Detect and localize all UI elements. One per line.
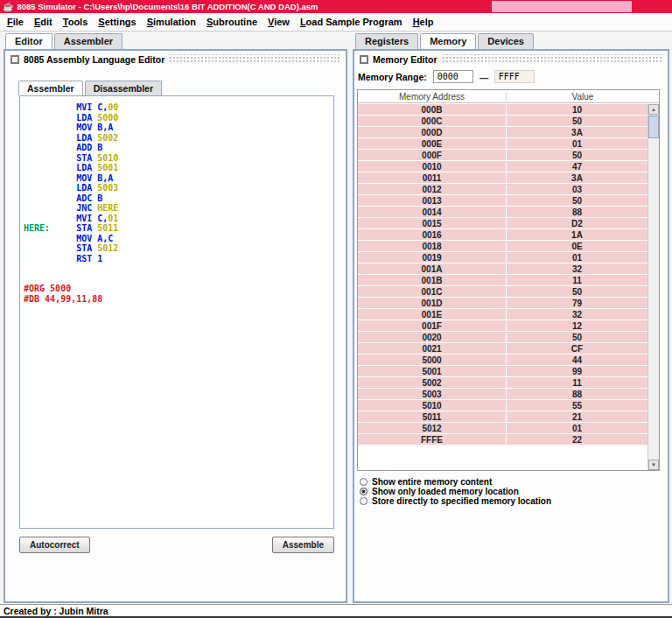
editor-tab-assembler[interactable]: Assembler bbox=[18, 81, 83, 95]
checkbox-icon[interactable] bbox=[10, 55, 19, 64]
memory-value: 88 bbox=[507, 390, 648, 399]
memory-row-0020[interactable]: 002050 bbox=[358, 332, 648, 343]
radio-icon[interactable] bbox=[360, 497, 368, 505]
memory-row-001B[interactable]: 001B11 bbox=[358, 275, 648, 286]
memory-value: 10 bbox=[507, 105, 648, 115]
status-bar: Created by : Jubin Mitra bbox=[0, 604, 672, 618]
memory-value: 50 bbox=[507, 151, 648, 160]
tab-devices[interactable]: Devices bbox=[478, 33, 534, 49]
memory-row-0021[interactable]: 0021CF bbox=[358, 343, 648, 355]
memory-row-001F[interactable]: 001F12 bbox=[358, 320, 648, 332]
memory-address: 5011 bbox=[358, 412, 507, 422]
memory-row-001E[interactable]: 001E32 bbox=[358, 309, 648, 320]
code-editor[interactable]: MVI C,00 LDA 5000 MOV B,A LDA 5002 ADD B… bbox=[19, 95, 334, 529]
memory-address: 001C bbox=[358, 287, 507, 297]
java-app-icon: ☕ bbox=[3, 2, 13, 11]
code-line: HERE: STA 5011 bbox=[24, 223, 330, 234]
memory-option-show-only-loaded-memory-location[interactable]: Show only loaded memory location bbox=[360, 487, 551, 496]
memory-row-5012[interactable]: 501201 bbox=[358, 423, 648, 434]
memory-row-001A[interactable]: 001A32 bbox=[358, 263, 648, 275]
range-to-input[interactable] bbox=[494, 70, 535, 83]
window-controls-area[interactable] bbox=[492, 1, 632, 12]
scroll-up-icon[interactable]: ▲ bbox=[648, 104, 659, 115]
menu-simulation[interactable]: Simulation bbox=[142, 15, 201, 29]
memory-table-scrollbar[interactable]: ▲ ▼ bbox=[648, 104, 659, 470]
memory-option-show-entire-memory-content[interactable]: Show entire memory content bbox=[360, 477, 551, 487]
memory-value: 32 bbox=[507, 310, 648, 320]
menu-tools[interactable]: Tools bbox=[58, 15, 94, 29]
memory-row-000D[interactable]: 000D3A bbox=[358, 127, 648, 138]
radio-selected-icon[interactable] bbox=[360, 488, 368, 495]
memory-row-000E[interactable]: 000E01 bbox=[358, 138, 648, 150]
code-line: #DB 44,99,11,88 bbox=[24, 294, 330, 305]
tab-editor[interactable]: Editor bbox=[5, 33, 52, 49]
memory-option-store-directly-to-specified-memory-location[interactable]: Store directly to specified memory locat… bbox=[360, 496, 551, 506]
menu-help[interactable]: Help bbox=[408, 15, 439, 29]
menu-edit[interactable]: Edit bbox=[29, 15, 58, 29]
code-line: LDA 5002 bbox=[24, 133, 330, 144]
left-tab-bar: EditorAssembler bbox=[5, 33, 122, 49]
menu-file[interactable]: File bbox=[2, 15, 29, 29]
memory-row-0015[interactable]: 0015D2 bbox=[358, 218, 648, 229]
memory-row-0012[interactable]: 001203 bbox=[358, 184, 648, 195]
memory-row-0014[interactable]: 001488 bbox=[358, 207, 648, 218]
memory-row-000B[interactable]: 000B10 bbox=[358, 104, 648, 116]
code-line: MOV A,C bbox=[24, 234, 330, 244]
memory-address: 0016 bbox=[358, 230, 507, 240]
memory-value: 11 bbox=[507, 276, 648, 285]
scroll-down-icon[interactable]: ▼ bbox=[648, 460, 659, 470]
scrollbar-thumb[interactable] bbox=[648, 116, 659, 138]
code-line: LDA 5003 bbox=[24, 183, 330, 193]
editor-panel-title: 8085 Assembly Language Editor bbox=[24, 54, 164, 65]
checkbox-icon[interactable] bbox=[360, 55, 368, 64]
memory-address: 0013 bbox=[358, 196, 507, 206]
code-line: MVI C,00 bbox=[24, 102, 330, 113]
menu-settings[interactable]: Settings bbox=[93, 15, 141, 29]
menu-view[interactable]: View bbox=[262, 15, 295, 29]
memory-row-0018[interactable]: 00180E bbox=[358, 241, 648, 252]
memory-row-5001[interactable]: 500199 bbox=[358, 366, 648, 377]
memory-row-000C[interactable]: 000C50 bbox=[358, 116, 648, 127]
radio-icon[interactable] bbox=[360, 478, 368, 486]
status-text: Created by : Jubin Mitra bbox=[4, 606, 108, 616]
memory-address: FFFE bbox=[358, 435, 507, 445]
menu-subroutine[interactable]: Subroutine bbox=[201, 15, 262, 29]
memory-row-5011[interactable]: 501121 bbox=[358, 411, 648, 423]
memory-row-5000[interactable]: 500044 bbox=[358, 355, 648, 366]
memory-row-000F[interactable]: 000F50 bbox=[358, 150, 648, 161]
memory-value: 55 bbox=[507, 401, 648, 411]
autocorrect-button[interactable]: Autocorrect bbox=[19, 537, 90, 553]
memory-row-001D[interactable]: 001D79 bbox=[358, 298, 648, 309]
memory-row-0016[interactable]: 00161A bbox=[358, 229, 648, 241]
code-line: STA 5012 bbox=[24, 243, 330, 254]
memory-row-001C[interactable]: 001C50 bbox=[358, 286, 648, 298]
memory-row-0019[interactable]: 001901 bbox=[358, 252, 648, 263]
memory-address: 001F bbox=[358, 321, 507, 331]
radio-label: Show entire memory content bbox=[372, 477, 492, 487]
menu-load-sample-program[interactable]: Load Sample Program bbox=[295, 15, 408, 29]
memory-row-0010[interactable]: 001047 bbox=[358, 161, 648, 172]
memory-value: 44 bbox=[507, 355, 648, 365]
memory-row-5003[interactable]: 500388 bbox=[358, 389, 648, 400]
memory-row-5010[interactable]: 501055 bbox=[358, 400, 648, 411]
tab-registers[interactable]: Registers bbox=[355, 33, 418, 49]
memory-value: 50 bbox=[507, 196, 648, 206]
column-header-address[interactable]: Memory Address bbox=[358, 92, 507, 102]
memory-panel-title: Memory Editor bbox=[373, 54, 438, 65]
range-from-input[interactable] bbox=[433, 70, 473, 83]
memory-address: 0010 bbox=[358, 162, 507, 172]
editor-tab-disassembler[interactable]: Disassembler bbox=[85, 81, 162, 95]
assemble-button[interactable]: Assemble bbox=[272, 537, 334, 553]
column-header-value[interactable]: Value bbox=[507, 92, 659, 102]
memory-row-0013[interactable]: 001350 bbox=[358, 195, 648, 207]
memory-row-0011[interactable]: 00113A bbox=[358, 172, 648, 184]
memory-value: 32 bbox=[507, 264, 648, 274]
memory-row-5002[interactable]: 500211 bbox=[358, 377, 648, 389]
memory-value: CF bbox=[507, 344, 648, 354]
code-line bbox=[24, 274, 330, 284]
tab-assembler[interactable]: Assembler bbox=[54, 33, 122, 49]
memory-address: 0014 bbox=[358, 207, 507, 217]
title-texture bbox=[169, 54, 340, 64]
memory-row-FFFE[interactable]: FFFE22 bbox=[358, 434, 648, 446]
tab-memory[interactable]: Memory bbox=[420, 33, 476, 49]
